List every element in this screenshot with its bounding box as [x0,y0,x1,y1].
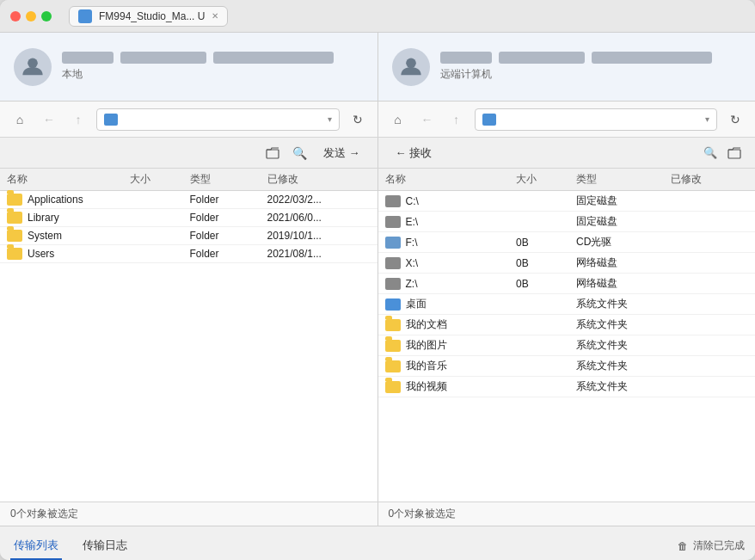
file-type: 网络磁盘 [576,255,671,270]
file-type: Folder [190,194,267,206]
close-button[interactable] [10,11,21,22]
left-rows-container: ApplicationsFolder2022/03/2...LibraryFol… [0,191,378,263]
table-row[interactable]: F:\0BCD光驱 [378,232,756,253]
right-back-button[interactable]: ← [416,108,439,131]
table-row[interactable]: Z:\0B网络磁盘 [378,274,756,294]
toolbars: ⌂ ← ↑ ▾ ↻ ⌂ ← ↑ ▾ ↻ [0,102,755,138]
right-name-box2 [499,52,585,64]
file-name: 我的图片 [406,338,447,353]
tab-area: FM994_Studio_Ma... U ✕ [69,6,228,27]
left-transfer-side: 🔍 发送 → [0,138,378,168]
status-bars: 0个对象被选定 0个对象被选定 [0,502,755,526]
table-row[interactable]: LibraryFolder2021/06/0... [0,209,378,227]
table-row[interactable]: UsersFolder2021/08/1... [0,245,378,263]
file-type: 固定磁盘 [576,214,671,229]
left-search-area: 🔍 [261,142,311,164]
table-row[interactable]: 我的图片系统文件夹 [378,335,756,356]
folder-icon [385,360,401,372]
left-col-name: 名称 [7,172,130,187]
right-folder-button[interactable] [724,143,745,163]
receive-label: ← 接收 [396,145,433,161]
tab-transfer-log[interactable]: 传输日志 [79,532,131,560]
table-row[interactable]: C:\固定磁盘 [378,191,756,212]
left-address-dropdown[interactable]: ▾ [328,114,332,124]
file-modified: 2021/06/0... [267,212,371,224]
cd-icon [385,237,401,249]
left-new-folder-button[interactable] [261,142,284,164]
right-address-dropdown[interactable]: ▾ [705,114,709,124]
left-search-button[interactable]: 🔍 [289,142,311,164]
transfer-bar: 🔍 发送 → ← 接收 🔍 [0,138,755,169]
right-search-bar: 🔍 [700,143,745,163]
file-type: Folder [190,230,267,242]
left-table-header: 名称 大小 类型 已修改 [0,169,378,191]
file-modified: 2021/08/1... [267,248,371,260]
table-row[interactable]: ApplicationsFolder2022/03/2... [0,191,378,209]
left-back-button[interactable]: ← [38,108,60,131]
left-file-panel: 名称 大小 类型 已修改 ApplicationsFolder2022/03/2… [0,169,378,502]
right-user-name-row [440,52,742,64]
left-user-panel: 本地 [0,33,378,101]
minimize-button[interactable] [26,11,36,22]
left-name-box2 [120,52,206,64]
right-rows-container: C:\固定磁盘E:\固定磁盘F:\0BCD光驱X:\0B网络磁盘Z:\0B网络磁… [378,191,756,397]
right-transfer-side: ← 接收 🔍 [378,138,756,168]
right-search-button[interactable]: 🔍 [700,143,721,163]
table-row[interactable]: 我的视频系统文件夹 [378,377,756,397]
left-refresh-button[interactable]: ↻ [347,108,369,131]
file-name: 我的视频 [406,379,447,394]
right-refresh-button[interactable]: ↻ [724,108,746,131]
table-row[interactable]: E:\固定磁盘 [378,212,756,232]
traffic-lights [10,11,52,22]
right-col-type: 类型 [576,172,671,187]
right-user-panel: 远端计算机 [378,33,756,101]
file-name: E:\ [406,216,419,228]
bottom-tabs: 传输列表 传输日志 🗑 清除已完成 [0,526,755,560]
right-name-box1 [440,52,492,64]
file-type: CD光驱 [576,235,671,249]
main-window: FM994_Studio_Ma... U ✕ 本地 [0,0,755,560]
file-name: System [28,230,62,242]
right-address-bar[interactable]: ▾ [475,108,718,131]
folder-icon [7,194,22,206]
right-up-button[interactable]: ↑ [445,108,468,131]
left-toolbar: ⌂ ← ↑ ▾ ↻ [0,102,378,137]
main-tab[interactable]: FM994_Studio_Ma... U ✕ [69,6,228,27]
table-row[interactable]: 我的文档系统文件夹 [378,315,756,335]
file-name: C:\ [406,195,419,207]
drive-icon [385,278,401,290]
left-name-box1 [62,52,114,64]
file-name: Library [28,212,59,224]
table-row[interactable]: SystemFolder2019/10/1... [0,227,378,245]
table-row[interactable]: 我的音乐系统文件夹 [378,356,756,377]
right-user-info: 远端计算机 [440,52,742,82]
left-home-button[interactable]: ⌂ [9,108,31,131]
tab-icon [78,9,92,23]
file-size: 0B [516,257,576,269]
svg-point-1 [406,58,416,68]
maximize-button[interactable] [41,11,52,22]
clear-done-button[interactable]: 🗑 清除已完成 [678,538,745,560]
table-row[interactable]: 桌面系统文件夹 [378,294,756,315]
left-address-bar[interactable]: ▾ [96,108,340,131]
right-home-button[interactable]: ⌂ [387,108,409,131]
right-toolbar: ⌂ ← ↑ ▾ ↻ [378,102,756,137]
send-button[interactable]: 发送 → [316,143,367,163]
right-avatar [392,48,430,86]
left-file-table: 名称 大小 类型 已修改 ApplicationsFolder2022/03/2… [0,169,378,502]
receive-button[interactable]: ← 接收 [389,143,439,163]
left-user-name-row [62,52,364,64]
file-name: F:\ [406,237,418,249]
right-col-size: 大小 [516,172,576,187]
table-row[interactable]: X:\0B网络磁盘 [378,253,756,274]
file-name: 桌面 [406,297,427,311]
tab-transfer-list[interactable]: 传输列表 [10,532,62,560]
file-type: 固定磁盘 [576,194,671,208]
left-col-modified: 已修改 [267,172,371,187]
file-type: 系统文件夹 [576,297,671,311]
file-type: Folder [190,248,267,260]
left-user-info: 本地 [62,52,364,82]
tab-close-icon[interactable]: ✕ [212,11,218,21]
left-up-button[interactable]: ↑ [67,108,89,131]
right-status: 0个对象被选定 [378,502,756,526]
